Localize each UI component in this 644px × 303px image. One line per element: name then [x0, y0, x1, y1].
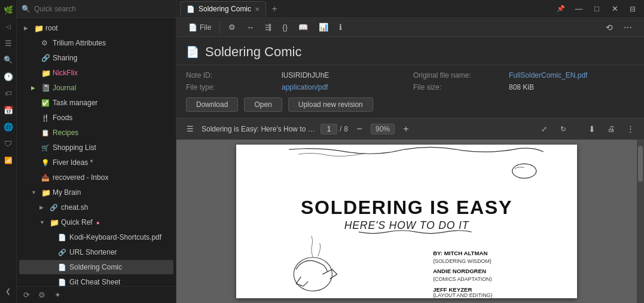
tree-item-task-manager[interactable]: ✅ Task manager: [19, 96, 173, 110]
tree-item-root[interactable]: ▶ 📁 root: [19, 21, 173, 35]
tab-icon: 📄: [187, 5, 195, 13]
tab-label: Soldering Comic: [199, 5, 251, 13]
pdf-download-btn[interactable]: ⬇: [584, 121, 600, 137]
shield-icon[interactable]: 🛡: [1, 136, 16, 151]
tree-item-quick-ref[interactable]: ▼ 📁 Quick Ref ●: [19, 215, 173, 229]
pdf-page-total: 8: [344, 125, 348, 133]
pdf-fit-page-btn[interactable]: ⤢: [536, 121, 552, 137]
svg-text:HERE'S HOW TO DO IT: HERE'S HOW TO DO IT: [344, 219, 469, 231]
tab-soldering-comic[interactable]: 📄 Soldering Comic ✕: [180, 1, 266, 17]
tree-item-fiver-ideas[interactable]: 💡 Fiver Ideas *: [19, 155, 173, 170]
tab-close-btn[interactable]: ✕: [255, 6, 260, 13]
tree-item-foods[interactable]: 🍴 Foods: [19, 111, 173, 125]
collapse-sidebar-icon[interactable]: ❮: [1, 284, 16, 298]
pdf-zoom-in-btn[interactable]: +: [398, 121, 414, 137]
svg-text:SOLDERING IS EASY: SOLDERING IS EASY: [301, 197, 512, 218]
pdf-page-container: SOLDERING IS EASY HERE'S HOW TO DO IT: [176, 140, 637, 303]
new-tab-btn[interactable]: +: [267, 2, 282, 16]
file-size-value: 808 KiB: [509, 83, 634, 91]
main-panel: 📄 Soldering Comic ✕ + 📌 — □ ✕ ⊟ 📄 File: [176, 0, 644, 303]
toggle-root[interactable]: ▶: [24, 25, 32, 31]
pin-btn[interactable]: 📌: [553, 1, 569, 17]
dot-indicator: ●: [96, 219, 100, 226]
more-icon: ⋯: [624, 23, 632, 32]
settings-btn[interactable]: ⚙: [35, 288, 49, 302]
tree-label-fiver-ideas: Fiver Ideas *: [53, 158, 93, 167]
pdf-content-svg: SOLDERING IS EASY HERE'S HOW TO DO IT: [236, 145, 577, 298]
pdf-zoom-out-btn[interactable]: −: [352, 121, 367, 137]
tree-item-my-brain[interactable]: ▼ 📁 My Brain: [19, 185, 173, 200]
properties-btn[interactable]: ⚙: [224, 20, 240, 35]
tree-label-root: root: [45, 24, 58, 32]
upload-revision-btn[interactable]: Upload new revision: [288, 97, 373, 112]
file-icon: 📄: [188, 23, 197, 32]
more-btn[interactable]: ⋯: [619, 20, 637, 35]
pdf-more-btn[interactable]: ⋮: [622, 121, 638, 137]
tree-label-quick-ref: Quick Ref: [61, 218, 93, 227]
note-id-value: lUSIRIDhJUhE: [282, 71, 407, 79]
history-icon: ⟲: [606, 23, 613, 32]
tree-item-shopping-list[interactable]: 🛒 Shopping List: [19, 140, 173, 155]
globe-icon[interactable]: 🌐: [1, 120, 16, 134]
tree-item-trilium-attr[interactable]: ⚙ Trilium Attributes: [19, 36, 173, 50]
close-btn[interactable]: ✕: [607, 1, 622, 17]
search-sidebar-icon[interactable]: 🔍: [1, 53, 16, 67]
tree-label-journal: Journal: [53, 84, 76, 92]
tab-bar: 📄 Soldering Comic ✕ + 📌 — □ ✕ ⊟: [176, 0, 644, 18]
tree-item-cheatsh[interactable]: ▶ 🔗 cheat.sh: [19, 200, 173, 215]
tag-icon[interactable]: 🏷: [1, 86, 16, 100]
open-btn[interactable]: Open: [244, 97, 282, 112]
pdf-rotate-btn[interactable]: ↻: [556, 121, 571, 137]
file-btn[interactable]: 📄 File: [184, 20, 216, 35]
logo-icon[interactable]: 🌿: [1, 2, 16, 17]
svg-text:ANDIE NORDGREN: ANDIE NORDGREN: [433, 268, 486, 274]
tree-item-soldering-comic[interactable]: 📄 Soldering Comic: [19, 260, 173, 274]
tree-item-sharing[interactable]: 🔗 Sharing: [19, 51, 173, 65]
source-btn[interactable]: {}: [277, 20, 292, 35]
tree-item-recipes[interactable]: 📋 Recipes: [19, 126, 173, 140]
pdf-sidebar-btn[interactable]: ☰: [182, 121, 198, 137]
tree-label-soldering-comic: Soldering Comic: [69, 263, 122, 271]
chart-btn[interactable]: 📊: [314, 20, 333, 35]
tree-item-nickflix[interactable]: 📁 NickFlix: [19, 66, 173, 80]
original-file-label: Original file name:: [413, 71, 503, 79]
info-btn[interactable]: ℹ: [334, 20, 347, 35]
tree-label-recovered: recovered - Inbox: [53, 173, 108, 182]
tree-item-recovered[interactable]: 📥 recovered - Inbox: [19, 170, 173, 185]
note-title-icon: 📄: [186, 45, 199, 59]
file-type-label: File type:: [186, 83, 276, 91]
tree-icon[interactable]: ☰: [1, 36, 16, 50]
link-map-icon: ⇶: [265, 23, 271, 32]
download-btn[interactable]: Download: [186, 97, 238, 112]
pdf-print-btn[interactable]: 🖨: [603, 121, 619, 137]
calendar-icon[interactable]: 📅: [1, 103, 16, 117]
panel-toggle-btn[interactable]: ⊟: [625, 1, 640, 17]
pdf-scrollbar[interactable]: [637, 140, 644, 303]
pdf-page-info: / 8: [321, 124, 348, 134]
customize-btn[interactable]: ✦: [50, 288, 65, 302]
maximize-btn[interactable]: □: [589, 1, 605, 17]
pdf-scrollbar-thumb[interactable]: [638, 146, 643, 182]
history-btn[interactable]: ⟲: [601, 20, 618, 35]
book-btn[interactable]: 📖: [294, 20, 313, 35]
svg-text:(COMICS ADAPTATION): (COMICS ADAPTATION): [433, 276, 492, 282]
pdf-page-input[interactable]: [321, 124, 337, 134]
note-id-label: Note ID:: [186, 71, 276, 79]
tree-item-journal[interactable]: ▶ 📓 Journal: [19, 81, 173, 95]
file-info-section: Note ID: lUSIRIDhJUhE Original file name…: [176, 65, 644, 118]
search-input[interactable]: [34, 5, 171, 13]
tree-item-git-cheat[interactable]: 📄 Git Cheat Sheet: [19, 275, 173, 286]
tree-item-url-shortener[interactable]: 🔗 URL Shortener: [19, 245, 173, 259]
relations-btn[interactable]: ↔: [242, 20, 259, 35]
back-icon[interactable]: ◁: [1, 19, 16, 33]
sync-btn[interactable]: ⟳: [19, 288, 33, 302]
toolbar-divider-1: [219, 22, 220, 33]
file-info-grid: Note ID: lUSIRIDhJUhE Original file name…: [186, 71, 634, 91]
tree-item-kodi-kb[interactable]: 📄 Kodi-Keyboard-Shortcuts.pdf: [19, 230, 173, 244]
wifi-icon[interactable]: 📶: [1, 153, 16, 167]
link-map-btn[interactable]: ⇶: [260, 20, 276, 35]
minimize-btn[interactable]: —: [571, 1, 587, 17]
relations-icon: ↔: [246, 23, 254, 32]
recent-icon[interactable]: 🕐: [1, 69, 16, 84]
folder-icon: 📁: [34, 24, 44, 33]
